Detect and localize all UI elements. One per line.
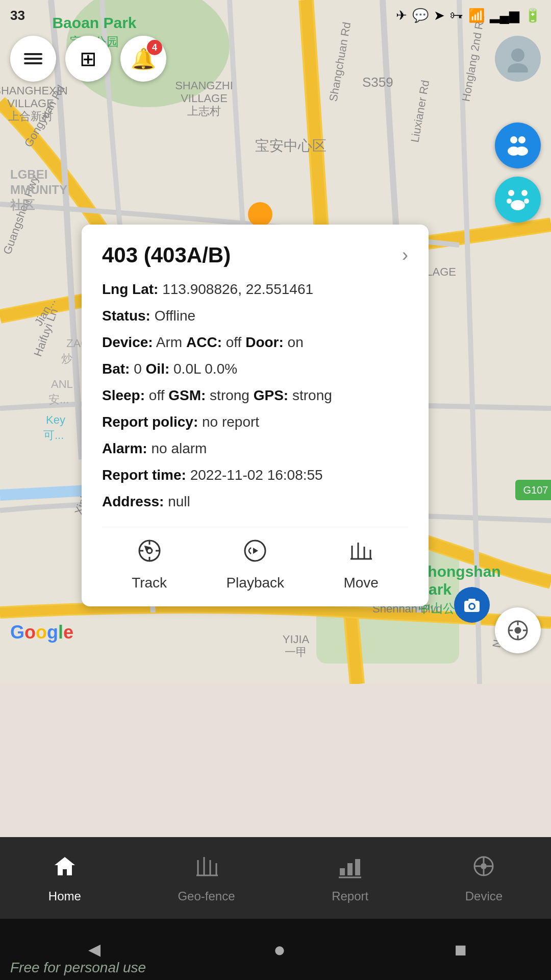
sleep-value: off (149, 387, 165, 403)
people-tracking-btn[interactable] (495, 122, 541, 168)
wifi-off-icon: 📶 (468, 8, 485, 23)
navigation-icon: ➤ (434, 8, 445, 23)
lng-lat-label: Lng Lat: (102, 281, 158, 297)
svg-point-55 (507, 199, 512, 204)
status-row: Status: Offline (102, 305, 408, 327)
playback-icon (242, 537, 268, 570)
playback-button[interactable]: Playback (226, 537, 284, 591)
signal-icon: ▂▄▆ (490, 8, 519, 23)
svg-rect-73 (468, 599, 475, 602)
lng-lat-value: 113.908826, 22.551461 (162, 281, 313, 297)
status-value: Offline (155, 308, 195, 324)
notification-badge: 4 (147, 40, 162, 55)
track-label: Track (132, 575, 167, 591)
geofence-icon (193, 853, 219, 885)
address-label: Address: (102, 494, 164, 509)
report-policy-row: Report policy: no report (102, 411, 408, 433)
svg-text:上志村: 上志村 (187, 105, 221, 117)
gps-value: strong (292, 387, 332, 403)
menu-icon (24, 53, 42, 64)
pet-tracking-btn[interactable] (495, 177, 541, 223)
gps-label: GPS: (254, 387, 288, 403)
key-icon: 🗝 (450, 8, 463, 23)
device-label: Device: (102, 334, 153, 350)
svg-point-52 (516, 146, 528, 156)
report-policy-label: Report policy: (102, 414, 198, 430)
svg-text:一甲: 一甲 (285, 646, 307, 658)
status-bar: 33 ✈ 💬 ➤ 🗝 📶 ▂▄▆ 🔋 (0, 0, 551, 31)
svg-text:炒: 炒 (61, 352, 72, 365)
svg-text:安...: 安... (48, 393, 69, 406)
bat-row: Bat: 0 Oil: 0.0L 0.0% (102, 358, 408, 380)
address-row: Address: null (102, 491, 408, 512)
alarm-value: no alarm (151, 440, 207, 456)
move-label: Move (343, 575, 378, 591)
svg-text:Key: Key (46, 413, 65, 426)
svg-text:VILLAGE: VILLAGE (7, 97, 54, 110)
svg-text:Zhongshan: Zhongshan (418, 563, 501, 580)
report-time-row: Report time: 2022-11-02 16:08:55 (102, 464, 408, 486)
notification-button[interactable]: 🔔 4 (120, 36, 166, 82)
card-title: 403 (403A/B) (102, 243, 231, 267)
time-display: 33 (10, 8, 25, 23)
svg-point-75 (515, 628, 520, 633)
address-value: null (168, 494, 190, 509)
bat-value: 0 (134, 361, 142, 377)
svg-text:MMUNITY: MMUNITY (10, 183, 67, 197)
device-row: Device: Arm ACC: off Door: on (102, 332, 408, 353)
nav-item-device[interactable]: Device (465, 853, 503, 903)
report-time-label: Report time: (102, 467, 186, 483)
avatar-button[interactable] (495, 36, 541, 82)
card-actions: Track Playback (102, 527, 408, 591)
nav-item-report[interactable]: Report (332, 853, 368, 903)
svg-point-46 (248, 202, 272, 227)
door-label: Door: (245, 334, 284, 350)
svg-point-56 (524, 199, 529, 204)
bat-label: Bat: (102, 361, 130, 377)
svg-point-90 (481, 863, 487, 869)
my-location-button[interactable] (495, 607, 541, 653)
message-icon: 💬 (412, 8, 429, 23)
oil-label: Oil: (146, 361, 170, 377)
svg-text:LGBEI: LGBEI (10, 167, 47, 181)
svg-text:上合新村: 上合新村 (8, 110, 53, 122)
lng-lat-row: Lng Lat: 113.908826, 22.551461 (102, 279, 408, 300)
top-controls: ⊞ 🔔 4 (0, 31, 551, 87)
svg-rect-86 (347, 863, 353, 875)
card-expand-arrow[interactable]: › (402, 244, 408, 266)
move-icon (348, 537, 374, 570)
status-label: Status: (102, 308, 151, 324)
gsm-label: GSM: (168, 387, 206, 403)
svg-point-53 (508, 190, 514, 196)
svg-text:社区: 社区 (10, 198, 35, 212)
right-float-buttons (495, 122, 541, 223)
expand-button[interactable]: ⊞ (65, 36, 111, 82)
nav-item-geofence[interactable]: Geo-fence (178, 853, 235, 903)
svg-text:宝安中心区: 宝安中心区 (255, 138, 327, 154)
info-card: 403 (403A/B) › Lng Lat: 113.908826, 22.5… (82, 225, 429, 606)
svg-rect-85 (340, 868, 345, 875)
oil-value: 0.0L 0.0% (173, 361, 237, 377)
track-button[interactable]: Track (132, 537, 167, 591)
svg-point-48 (508, 63, 528, 72)
playback-label: Playback (226, 575, 284, 591)
nav-item-home[interactable]: Home (48, 853, 81, 903)
svg-point-49 (510, 136, 517, 143)
menu-button[interactable] (10, 36, 56, 82)
report-icon (337, 853, 363, 885)
sleep-label: Sleep: (102, 387, 145, 403)
svg-text:YIJIA: YIJIA (283, 633, 310, 646)
camera-marker[interactable] (454, 587, 490, 623)
nav-label-geofence: Geo-fence (178, 889, 235, 903)
svg-point-47 (511, 48, 524, 62)
door-value: on (288, 334, 304, 350)
gsm-value: strong (210, 387, 249, 403)
alarm-row: Alarm: no alarm (102, 438, 408, 459)
svg-point-54 (521, 190, 528, 196)
svg-text:VILLAGE: VILLAGE (181, 92, 228, 105)
expand-icon: ⊞ (80, 47, 97, 70)
bottom-navigation: Home Geo-fence Report (0, 837, 551, 919)
svg-rect-87 (355, 859, 360, 875)
move-button[interactable]: Move (343, 537, 378, 591)
report-policy-value: no report (202, 414, 259, 430)
